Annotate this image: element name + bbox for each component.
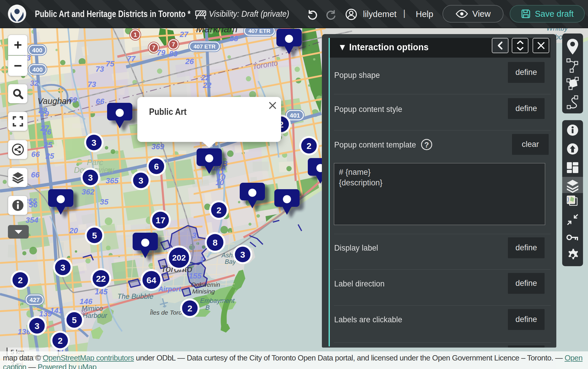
svg-text:73: 73	[96, 65, 104, 73]
svg-text:Îles de Toron: Îles de Toron	[150, 309, 185, 316]
svg-text:Vaughan: Vaughan	[38, 96, 71, 106]
svg-text:88: 88	[230, 34, 238, 43]
svg-text:354: 354	[26, 216, 38, 224]
svg-text:2: 2	[217, 205, 222, 215]
svg-text:66: 66	[31, 170, 40, 179]
svg-text:56: 56	[29, 200, 38, 209]
svg-text:5: 5	[72, 315, 77, 325]
svg-text:202: 202	[172, 253, 186, 262]
svg-text:2: 2	[307, 141, 312, 151]
svg-text:2: 2	[58, 336, 63, 345]
svg-text:66: 66	[31, 150, 40, 159]
svg-text:73: 73	[88, 80, 96, 89]
svg-text:25: 25	[45, 152, 54, 160]
svg-text:27: 27	[180, 30, 189, 39]
svg-text:Minising: Minising	[192, 288, 215, 295]
svg-text:25: 25	[43, 140, 52, 149]
svg-text:141: 141	[50, 306, 62, 315]
svg-text:64: 64	[146, 275, 156, 285]
svg-text:3: 3	[92, 138, 97, 147]
svg-text:407 ETR: 407 ETR	[194, 43, 216, 50]
svg-text:3: 3	[240, 250, 245, 259]
svg-text:3: 3	[60, 263, 65, 272]
svg-text:22: 22	[96, 274, 106, 284]
svg-text:35: 35	[100, 197, 109, 206]
svg-text:362: 362	[82, 187, 94, 196]
svg-text:Markham: Markham	[196, 28, 238, 34]
svg-text:8: 8	[213, 238, 218, 247]
svg-text:83: 83	[169, 49, 178, 58]
svg-text:1: 1	[134, 31, 137, 38]
svg-text:369: 369	[151, 142, 164, 151]
svg-text:3: 3	[138, 176, 143, 185]
svg-text:77: 77	[127, 54, 136, 63]
svg-text:17: 17	[156, 215, 165, 225]
svg-text:66: 66	[96, 97, 104, 106]
svg-text:365: 365	[106, 176, 119, 185]
svg-text:407 ETR: 407 ETR	[249, 28, 271, 34]
svg-text:401: 401	[290, 112, 300, 119]
svg-text:Airport: Airport	[158, 285, 181, 293]
svg-text:10: 10	[216, 178, 224, 187]
svg-text:139: 139	[39, 309, 52, 318]
svg-text:22: 22	[203, 81, 212, 90]
svg-text:1: 1	[200, 255, 204, 264]
svg-text:Embayment: Embayment	[200, 297, 235, 304]
svg-text:5: 5	[92, 231, 97, 240]
svg-text:Ookwemin: Ookwemin	[191, 281, 220, 288]
svg-text:2: 2	[18, 275, 23, 285]
svg-text:32: 32	[30, 79, 39, 88]
svg-text:7: 7	[172, 41, 175, 48]
svg-text:400: 400	[32, 66, 43, 73]
svg-text:The Bubble: The Bubble	[117, 292, 153, 300]
svg-text:3: 3	[88, 173, 93, 182]
svg-text:2: 2	[187, 303, 192, 313]
svg-text:3: 3	[192, 231, 197, 240]
svg-text:29: 29	[40, 109, 49, 118]
svg-text:79: 79	[157, 48, 165, 57]
svg-text:20: 20	[69, 226, 78, 235]
svg-text:427: 427	[29, 296, 40, 303]
svg-text:6: 6	[154, 162, 159, 171]
svg-text:3: 3	[35, 321, 40, 331]
svg-text:75: 75	[106, 59, 114, 68]
svg-text:26: 26	[185, 57, 194, 66]
svg-text:Whitby: Whitby	[546, 28, 568, 32]
svg-text:7: 7	[152, 44, 155, 51]
svg-text:400: 400	[32, 47, 42, 53]
svg-text:B: B	[205, 304, 210, 311]
svg-text:26: 26	[43, 128, 51, 136]
